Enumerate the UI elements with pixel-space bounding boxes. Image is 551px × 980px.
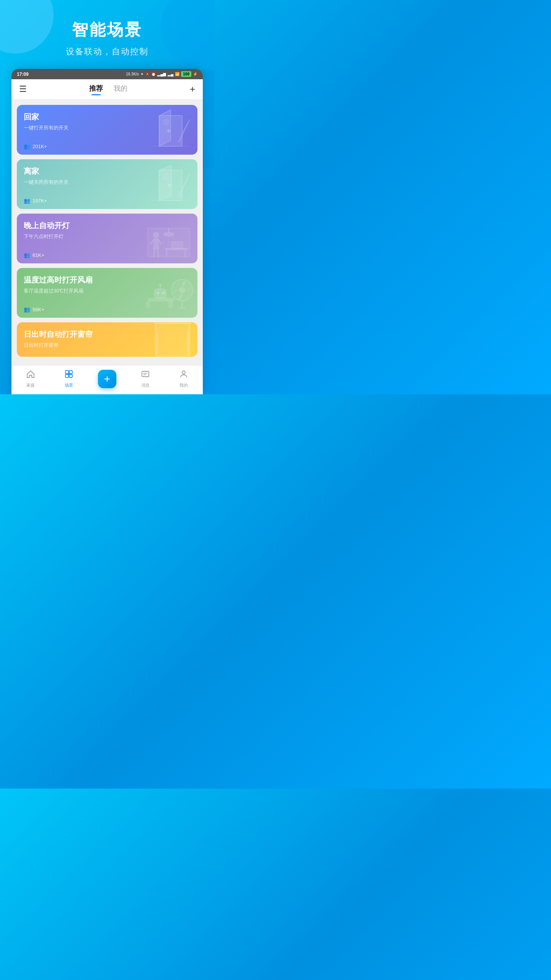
nav-item-home[interactable]: 家庭 bbox=[15, 369, 46, 388]
users-icon-home: 👥 bbox=[24, 143, 30, 149]
scene-card-night-content: 晚上自动开灯 下午六点时打开灯 bbox=[24, 220, 191, 240]
scene-leave-users: 👥 197K+ bbox=[24, 198, 191, 204]
mine-icon bbox=[179, 369, 188, 381]
scene-temp-desc: 客厅温度超过30℃打开风扇 bbox=[24, 287, 191, 294]
app-header: ☰ 推荐 我的 + bbox=[11, 79, 203, 100]
add-button[interactable]: + bbox=[98, 370, 116, 388]
scene-leave-title: 离家 bbox=[24, 166, 191, 176]
scene-home-users: 👥 201K+ bbox=[24, 143, 191, 149]
users-icon-temp: 👥 bbox=[24, 306, 30, 312]
nav-message-label: 消息 bbox=[141, 382, 150, 388]
signal-icon-1: ▂▄▆ bbox=[157, 72, 166, 76]
svg-rect-41 bbox=[69, 374, 72, 377]
scene-card-home[interactable]: 回家 一键打开所有的开关 bbox=[17, 105, 197, 155]
scene-list: 回家 一键打开所有的开关 bbox=[11, 100, 203, 365]
nav-scene-label: 场景 bbox=[65, 382, 73, 388]
nav-item-mine[interactable]: 我的 bbox=[168, 369, 199, 388]
svg-rect-39 bbox=[69, 371, 72, 374]
scene-night-desc: 下午六点时打开灯 bbox=[24, 233, 191, 240]
scene-card-temp-content: 温度过高时打开风扇 客厅温度超过30℃打开风扇 bbox=[24, 275, 191, 294]
status-time: 17:09 bbox=[17, 72, 29, 77]
nav-item-add[interactable]: + bbox=[92, 370, 122, 388]
scene-card-leave-content: 离家 一键关闭所有的开关 bbox=[24, 166, 191, 186]
scene-card-sunrise[interactable]: 日出时自动打开窗帘 日出时打开窗帘 bbox=[17, 322, 197, 357]
scene-home-count: 201K+ bbox=[33, 144, 47, 149]
scene-card-sunrise-content: 日出时自动打开窗帘 日出时打开窗帘 bbox=[24, 329, 191, 349]
scene-card-home-content: 回家 一键打开所有的开关 bbox=[24, 112, 191, 131]
status-icons: 16.3K/s ✦ 🔕 ⏰ ▂▄▆ ▂▄ 📶 100 ⚡ bbox=[126, 71, 197, 77]
status-bar: 17:09 16.3K/s ✦ 🔕 ⏰ ▂▄▆ ▂▄ 📶 100 ⚡ bbox=[11, 69, 203, 79]
scene-temp-count: 58K+ bbox=[33, 307, 44, 312]
wifi-icon: 📶 bbox=[175, 72, 179, 76]
add-icon: + bbox=[104, 373, 110, 385]
svg-rect-38 bbox=[65, 371, 68, 374]
message-icon bbox=[141, 369, 150, 381]
home-icon bbox=[26, 369, 35, 381]
tab-mine[interactable]: 我的 bbox=[114, 84, 127, 95]
scene-card-leave[interactable]: 离家 一键关闭所有的开关 👥 197K+ bbox=[17, 159, 197, 209]
scene-temp-users: 👥 58K+ bbox=[24, 306, 191, 312]
header-tabs: 推荐 我的 bbox=[89, 84, 127, 95]
nav-item-message[interactable]: 消息 bbox=[130, 369, 161, 388]
page-header: 智能场景 设备联动，自动控制 bbox=[0, 0, 214, 69]
scene-home-title: 回家 bbox=[24, 112, 191, 122]
nav-home-label: 家庭 bbox=[26, 382, 35, 388]
add-scene-button[interactable]: + bbox=[190, 84, 195, 95]
svg-rect-43 bbox=[142, 371, 149, 377]
scene-night-users: 👥 61K+ bbox=[24, 252, 191, 258]
charging-icon: ⚡ bbox=[193, 72, 197, 76]
page-subtitle: 设备联动，自动控制 bbox=[8, 46, 207, 57]
sound-icon: 🔕 bbox=[145, 72, 150, 76]
scene-night-count: 61K+ bbox=[33, 252, 44, 258]
scene-sunrise-desc: 日出时打开窗帘 bbox=[24, 342, 191, 349]
svg-rect-14 bbox=[171, 242, 183, 248]
nav-mine-label: 我的 bbox=[179, 382, 188, 388]
scene-leave-count: 197K+ bbox=[33, 198, 47, 204]
svg-point-44 bbox=[182, 371, 185, 374]
bluetooth-icon: ✦ bbox=[140, 72, 143, 76]
battery-indicator: 100 bbox=[181, 71, 191, 77]
menu-icon[interactable]: ☰ bbox=[19, 84, 27, 94]
scene-card-night[interactable]: 晚上自动开灯 下午六点时打开灯 bbox=[17, 214, 197, 263]
network-speed: 16.3K/s bbox=[126, 72, 139, 76]
signal-icon-2: ▂▄ bbox=[168, 72, 173, 76]
phone-frame: 17:09 16.3K/s ✦ 🔕 ⏰ ▂▄▆ ▂▄ 📶 100 ⚡ ☰ 推荐 … bbox=[11, 69, 203, 394]
svg-point-42 bbox=[68, 373, 70, 375]
users-icon-leave: 👥 bbox=[24, 198, 30, 204]
scene-home-desc: 一键打开所有的开关 bbox=[24, 124, 191, 131]
page-title: 智能场景 bbox=[8, 19, 207, 41]
scroll-spacer bbox=[17, 361, 197, 365]
nav-item-scene[interactable]: 场景 bbox=[54, 369, 84, 388]
scene-icon bbox=[64, 369, 73, 381]
scene-sunrise-title: 日出时自动打开窗帘 bbox=[24, 329, 191, 340]
alarm-icon: ⏰ bbox=[151, 72, 156, 76]
scene-night-title: 晚上自动开灯 bbox=[24, 220, 191, 231]
scene-temp-title: 温度过高时打开风扇 bbox=[24, 275, 191, 285]
bottom-nav: 家庭 场景 + bbox=[11, 365, 203, 394]
scene-card-temp[interactable]: 温度过高时打开风扇 客厅温度超过30℃打开风扇 bbox=[17, 268, 197, 318]
scene-leave-desc: 一键关闭所有的开关 bbox=[24, 179, 191, 186]
svg-rect-40 bbox=[65, 374, 68, 377]
users-icon-night: 👥 bbox=[24, 252, 30, 258]
tab-recommended[interactable]: 推荐 bbox=[89, 84, 103, 95]
